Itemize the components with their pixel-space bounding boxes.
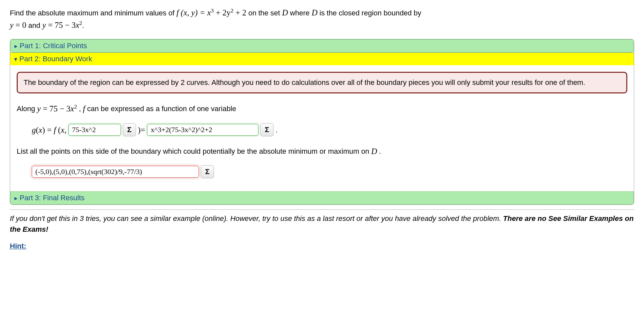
on-set: on the set: [248, 9, 282, 17]
points-input-line: Σ: [17, 165, 627, 178]
along-line: Along y = 75 − 3x2, f can be expressed a…: [17, 101, 627, 116]
along-comma: ,: [79, 102, 81, 115]
footer-note: If you don't get this in 3 tries, you ca…: [10, 209, 634, 235]
closed-text: is the closed region bounded by: [319, 9, 421, 17]
where-text: where: [290, 9, 312, 17]
hint-link[interactable]: Hint:: [10, 242, 26, 250]
y0: y = 0: [10, 21, 26, 29]
part-3-title: Part 3: Final Results: [20, 194, 85, 202]
part-3-header[interactable]: Part 3: Final Results: [10, 191, 634, 205]
parabola: y = 75 − 3x2: [42, 21, 82, 29]
part-2-header[interactable]: Part 2: Boundary Work: [10, 52, 634, 65]
gx-expression-input[interactable]: [147, 124, 258, 136]
part-1-title: Part 1: Critical Points: [20, 42, 87, 50]
info-box: The boundary of the region can be expres…: [17, 72, 627, 93]
list-period: .: [379, 145, 381, 158]
along-tail: can be expressed as a function of one va…: [87, 102, 236, 115]
part-2-content: The boundary of the region can be expres…: [10, 65, 634, 191]
chevron-right-icon: [14, 42, 18, 50]
list-points-line: List all the points on this side of the …: [17, 144, 627, 159]
problem-statement: Find the absolute maximum and minimum va…: [10, 7, 634, 31]
gx-lhs: g(x) = f (x,: [32, 123, 66, 137]
gx-period: .: [275, 124, 277, 137]
gx-mid: )=: [138, 123, 145, 137]
set-D-2: D: [312, 8, 317, 17]
and-text: and: [28, 21, 42, 29]
set-D-3: D: [371, 144, 377, 159]
sigma-button-3[interactable]: Σ: [201, 165, 214, 178]
along-curve: y = 75 − 3x2: [37, 101, 77, 116]
chevron-right-icon-2: [14, 194, 18, 202]
list-points-text: List all the points on this side of the …: [17, 145, 369, 158]
problem-intro: Find the absolute maximum and minimum va…: [10, 9, 177, 17]
sigma-button-2[interactable]: Σ: [260, 123, 274, 136]
part-2-title: Part 2: Boundary Work: [19, 55, 92, 63]
footer-italic: If you don't get this in 3 tries, you ca…: [10, 214, 503, 223]
y-substitution-input[interactable]: [68, 124, 121, 136]
boundary-points-input[interactable]: [32, 166, 199, 178]
period: .: [82, 21, 84, 29]
along-pre: Along: [17, 102, 35, 115]
f-var: f: [83, 101, 85, 116]
set-D-1: D: [282, 8, 288, 17]
sigma-button-1[interactable]: Σ: [123, 123, 136, 136]
chevron-down-icon: [14, 55, 17, 63]
part-1-header[interactable]: Part 1: Critical Points: [10, 39, 634, 52]
gx-line: g(x) = f (x, Σ )= Σ .: [17, 123, 627, 137]
fxy-math: f (x, y) = x3 + 2y2 + 2: [177, 8, 248, 17]
accordion-container: Part 1: Critical Points Part 2: Boundary…: [10, 39, 634, 205]
